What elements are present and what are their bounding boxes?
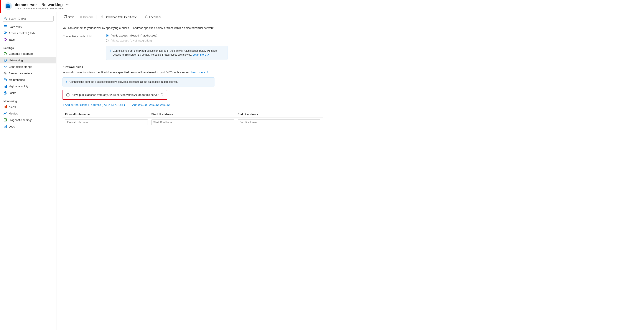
start-ip-input[interactable]: [151, 120, 234, 125]
metrics-icon: [4, 112, 7, 115]
page-description: You can connect to your server by specif…: [62, 26, 236, 30]
save-button[interactable]: Save: [62, 14, 76, 20]
svg-rect-21: [6, 85, 7, 88]
col-header-end-ip: End IP address: [238, 113, 320, 116]
svg-rect-5: [4, 26, 7, 27]
sidebar-item-tags-label: Tags: [9, 38, 14, 41]
discard-icon: ✕: [80, 16, 82, 19]
logs-icon: [4, 125, 7, 128]
connectivity-info-box: ℹ Connections from the IP addresses conf…: [106, 46, 228, 60]
public-access-option[interactable]: Public access (allowed IP addresses): [106, 34, 228, 37]
svg-rect-26: [6, 106, 6, 108]
col-header-rule-name: Firewall rule name: [65, 113, 148, 116]
firewall-rules-title: Firewall rules: [62, 65, 638, 69]
sidebar-item-diagnostic-settings[interactable]: Diagnostic settings: [0, 117, 56, 123]
more-options-icon[interactable]: ···: [66, 3, 70, 7]
info-box-icon: ℹ: [110, 49, 111, 53]
sidebar-item-access-control-label: Access control (IAM): [9, 32, 35, 35]
sidebar-item-activity-log[interactable]: Activity log: [0, 23, 56, 30]
add-all-ip-link[interactable]: + Add 0.0.0.0 - 255.255.255.255: [130, 103, 170, 106]
svg-rect-6: [4, 27, 6, 27]
sidebar-item-metrics-label: Metrics: [9, 112, 18, 115]
sidebar-item-server-parameters-label: Server parameters: [9, 72, 32, 75]
search-input[interactable]: [2, 16, 54, 22]
firewall-learn-more-link[interactable]: Learn more ↗: [191, 71, 208, 74]
svg-point-28: [4, 113, 5, 114]
server-icon: [4, 2, 12, 10]
firewall-rules-section: Firewall rules Inbound connections from …: [62, 65, 638, 127]
high-availability-icon: [4, 85, 7, 88]
sidebar-item-high-availability[interactable]: High availability: [0, 83, 56, 90]
sidebar-item-compute-storage[interactable]: Compute + storage: [0, 50, 56, 57]
sidebar-item-alerts-label: Alerts: [9, 105, 16, 109]
sidebar-item-access-control[interactable]: Access control (IAM): [0, 30, 56, 36]
svg-point-29: [5, 114, 6, 114]
svg-rect-39: [65, 16, 66, 16]
sidebar-item-tags[interactable]: Tags: [0, 36, 56, 43]
sidebar-item-maintenance[interactable]: Maintenance: [0, 77, 56, 83]
svg-rect-20: [6, 86, 6, 88]
sidebar-item-alerts[interactable]: Alerts: [0, 104, 56, 110]
firewall-table-header: Firewall rule name Start IP address End …: [62, 111, 323, 118]
svg-rect-24: [4, 107, 4, 108]
access-control-icon: [4, 31, 7, 35]
private-access-option[interactable]: Private access (VNet Integration): [106, 39, 228, 42]
end-ip-input[interactable]: [238, 120, 320, 125]
networking-icon: [4, 59, 7, 62]
connection-strings-icon: [4, 65, 7, 69]
svg-rect-17: [4, 79, 6, 81]
svg-point-15: [6, 67, 7, 67]
connectivity-options: Public access (allowed IP addresses) Pri…: [106, 34, 228, 60]
sidebar-item-server-parameters[interactable]: Server parameters: [0, 70, 56, 77]
tags-icon: [4, 38, 7, 41]
activity-log-icon: [4, 25, 7, 28]
sidebar-item-logs[interactable]: Logs: [0, 123, 56, 130]
firewall-rule-name-input[interactable]: [65, 120, 148, 125]
sidebar-item-networking-label: Networking: [9, 59, 23, 62]
sidebar-item-high-availability-label: High availability: [9, 85, 28, 88]
sidebar-item-connection-strings[interactable]: Connection strings: [0, 64, 56, 70]
svg-rect-4: [4, 25, 7, 26]
sidebar-item-networking[interactable]: Networking: [0, 57, 56, 64]
toolbar: Save ✕ Discard Download SSL Certificate …: [56, 12, 644, 22]
col-header-start-ip: Start IP address: [151, 113, 234, 116]
checkbox-info-icon[interactable]: ⓘ: [160, 93, 163, 97]
info-box-text: Connections from the IP addresses config…: [113, 49, 224, 57]
banner-info-icon: ℹ: [66, 80, 67, 84]
discard-button[interactable]: ✕ Discard: [78, 14, 95, 20]
sidebar-item-maintenance-label: Maintenance: [9, 78, 25, 82]
firewall-info-banner: ℹ Connections from the IPs specified bel…: [62, 77, 214, 87]
svg-point-16: [5, 73, 6, 74]
download-ssl-button[interactable]: Download SSL Certificate: [98, 14, 139, 20]
svg-point-14: [4, 67, 4, 67]
header: demoserver | Networking ··· Azure Databa…: [0, 0, 644, 12]
sidebar-item-locks[interactable]: Locks: [0, 90, 56, 96]
add-ip-links: + Add current client IP address ( 73.144…: [62, 103, 638, 106]
monitoring-section-label: Monitoring: [0, 97, 56, 104]
private-access-radio[interactable]: [106, 39, 109, 42]
connectivity-method-row: Connectivity method ⓘ Public access (all…: [62, 34, 638, 60]
maintenance-icon: [4, 78, 7, 82]
firewall-table-row: [62, 118, 323, 127]
header-subtitle: Azure Database for PostgreSQL flexible s…: [15, 7, 70, 10]
svg-rect-18: [4, 87, 4, 88]
sidebar: 🔍 Activity log Access control (IAM) Tags…: [0, 12, 56, 330]
svg-point-30: [6, 112, 7, 113]
svg-rect-40: [64, 17, 66, 18]
firewall-rules-desc: Inbound connections from the IP addresse…: [62, 71, 638, 74]
public-access-checkbox[interactable]: [66, 93, 70, 97]
settings-section-label: Settings: [0, 44, 56, 50]
page-title: demoserver | Networking ···: [15, 3, 70, 7]
add-current-ip-link[interactable]: + Add current client IP address ( 73.144…: [62, 103, 125, 106]
sidebar-item-diagnostic-settings-label: Diagnostic settings: [9, 118, 32, 122]
connectivity-info-icon[interactable]: ⓘ: [90, 34, 92, 38]
connectivity-label: Connectivity method ⓘ: [62, 34, 97, 38]
feedback-button[interactable]: Feedback: [142, 14, 164, 20]
sidebar-search-container: 🔍: [2, 16, 54, 22]
public-access-radio[interactable]: [106, 34, 109, 37]
header-title-group: demoserver | Networking ··· Azure Databa…: [15, 3, 70, 10]
public-access-checkbox-wrapper: Allow public access from any Azure servi…: [62, 90, 167, 100]
learn-more-link[interactable]: Learn more ↗: [193, 53, 209, 56]
sidebar-item-metrics[interactable]: Metrics: [0, 110, 56, 117]
svg-point-42: [146, 16, 147, 17]
